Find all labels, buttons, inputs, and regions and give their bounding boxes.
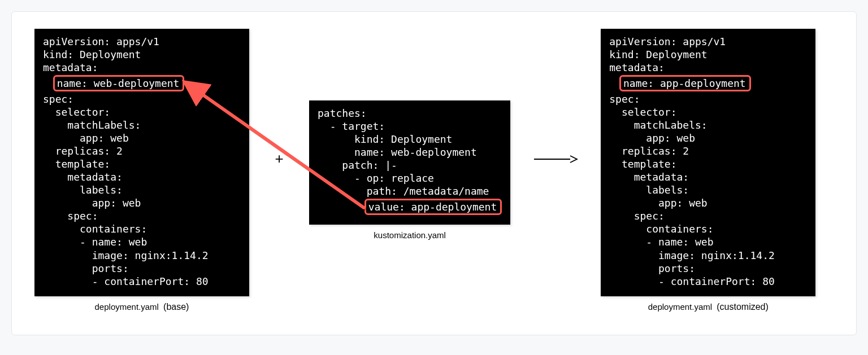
caption-file: deployment.yaml <box>95 302 159 312</box>
caption-note: (customized) <box>717 302 769 312</box>
highlight-box: name: web-deployment <box>53 75 185 91</box>
arrow-right-icon <box>533 154 578 165</box>
customized-deployment-code: apiVersion: apps/v1kind: Deploymentmetad… <box>601 29 815 296</box>
caption-file: deployment.yaml <box>648 302 712 312</box>
caption-file: kustomization.yaml <box>374 230 446 240</box>
base-deployment-caption: deployment.yaml (base) <box>95 302 189 312</box>
base-deployment-col: apiVersion: apps/v1kind: Deploymentmetad… <box>34 29 249 312</box>
base-deployment-code: apiVersion: apps/v1kind: Deploymentmetad… <box>34 29 249 296</box>
plus-icon: + <box>272 150 287 168</box>
kustomization-caption: kustomization.yaml <box>374 230 446 240</box>
kustomization-col: patches: - target: kind: Deployment name… <box>309 100 510 240</box>
customized-deployment-col: apiVersion: apps/v1kind: Deploymentmetad… <box>601 29 815 312</box>
diagram-row: apiVersion: apps/v1kind: Deploymentmetad… <box>34 29 834 312</box>
highlight-box: value: app-deployment <box>364 199 502 215</box>
diagram-canvas: apiVersion: apps/v1kind: Deploymentmetad… <box>11 11 857 335</box>
caption-note: (base) <box>163 302 189 312</box>
customized-deployment-caption: deployment.yaml (customized) <box>648 302 769 312</box>
highlight-box: name: app-deployment <box>619 75 751 91</box>
kustomization-code: patches: - target: kind: Deployment name… <box>309 100 510 225</box>
